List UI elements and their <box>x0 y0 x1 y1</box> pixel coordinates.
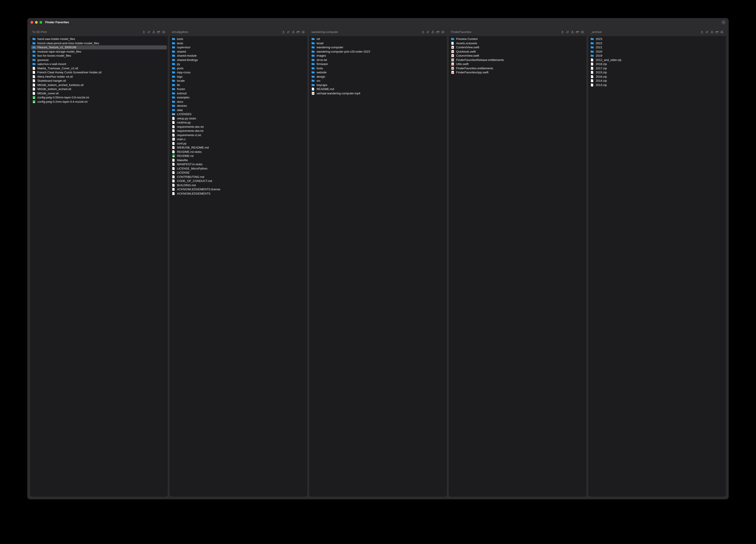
list-item[interactable]: ACKNOWLEDGEMENTS.license <box>170 187 306 192</box>
column-title[interactable]: circuitpython <box>170 30 281 34</box>
list-item[interactable]: shared <box>170 49 306 54</box>
column-title[interactable]: _archive <box>589 30 699 34</box>
sort-icon[interactable] <box>287 30 290 34</box>
list-item[interactable]: runtime.py <box>170 121 306 125</box>
list-item[interactable]: Makefile <box>170 158 306 162</box>
list-item[interactable]: requirements-doc.txt <box>170 125 306 129</box>
close-window-button[interactable] <box>30 21 33 24</box>
list-item[interactable]: 2017.zip <box>589 66 725 70</box>
sort-icon[interactable] <box>426 30 430 34</box>
list-item[interactable]: wandering-computer-pcb-v20-order-2023 <box>310 49 446 54</box>
list-item[interactable]: examples <box>170 96 306 100</box>
list-item[interactable]: images <box>310 54 446 58</box>
maximize-window-button[interactable] <box>40 21 42 24</box>
list-item[interactable]: Preview Content <box>450 37 586 41</box>
list-item[interactable]: modular-tape-storage-model_files <box>31 49 167 54</box>
list-item[interactable]: 2013.zip <box>589 83 725 87</box>
list-item[interactable]: kicad <box>310 41 446 45</box>
open-folder-icon[interactable] <box>296 30 300 34</box>
sort-icon[interactable] <box>705 30 709 34</box>
list-item[interactable]: french-cleat-pencil-and-misc-holder-mode… <box>31 41 167 45</box>
list-item[interactable]: goooose <box>31 58 167 62</box>
list-item[interactable]: devices <box>170 104 306 108</box>
list-item[interactable]: MtGdb_cover.stl <box>31 91 167 96</box>
share-icon[interactable] <box>292 30 295 34</box>
share-icon[interactable] <box>710 30 714 34</box>
list-item[interactable]: Assets.xcassets <box>450 41 586 45</box>
list-item[interactable]: fonts <box>310 66 446 70</box>
list-item[interactable]: WEBUSB_README.md <box>170 146 306 150</box>
list-item[interactable]: 2016.zip <box>589 75 725 79</box>
list-item[interactable]: FinderFavoritesApp.swift <box>450 70 586 75</box>
remove-icon[interactable] <box>581 30 584 34</box>
list-item[interactable]: Makita_Tracksaw_Cover_v2.stl <box>31 66 167 70</box>
list-item[interactable]: Wera HexPlus holder v4.stl <box>31 75 167 79</box>
list-item[interactable]: FinderFavorites.entitlements <box>450 66 586 70</box>
upload-icon[interactable] <box>421 30 425 34</box>
list-item[interactable]: MANIFEST.in-stubs <box>170 162 306 167</box>
list-item[interactable]: src <box>310 79 446 83</box>
list-item[interactable]: 2019 <box>589 54 725 58</box>
list-item[interactable]: hand-saw-holder-model_files <box>31 37 167 41</box>
list-item[interactable]: extmod <box>170 91 306 96</box>
list-item[interactable]: py <box>170 62 306 66</box>
sort-icon[interactable] <box>147 30 151 34</box>
list-item[interactable]: cmain.c <box>170 137 306 142</box>
list-item[interactable]: supervisor <box>170 45 306 50</box>
list-item[interactable]: mpy-cross <box>170 70 306 75</box>
list-item[interactable]: 2021 <box>589 45 725 50</box>
sort-icon[interactable] <box>566 30 569 34</box>
list-item[interactable]: CONTRIBUTING.md <box>170 175 306 179</box>
list-item[interactable]: lib <box>170 83 306 87</box>
list-item[interactable]: 2018.zip <box>589 62 725 66</box>
list-item[interactable]: MtGdb_bottom_arched.stl <box>31 87 167 91</box>
list-item[interactable]: 2015.zip <box>589 70 725 75</box>
list-item[interactable]: frozen <box>170 87 306 91</box>
column-title[interactable]: FinderFavorites <box>450 30 560 34</box>
list-item[interactable]: Skateboard hanger.stl <box>31 79 167 83</box>
remove-icon[interactable] <box>301 30 305 34</box>
list-item[interactable]: French Cleat Honey Comb Screwdriver Hold… <box>31 70 167 75</box>
list-item[interactable]: logo <box>170 75 306 79</box>
list-item[interactable]: design <box>310 75 446 79</box>
list-item[interactable]: LICENSE_MicroPython <box>170 166 306 171</box>
list-item[interactable]: LICENSE <box>170 171 306 175</box>
list-item[interactable]: Quicklook.swift <box>450 49 586 54</box>
list-item[interactable]: docs <box>170 100 306 104</box>
share-icon[interactable] <box>571 30 574 34</box>
list-item[interactable]: ref <box>310 37 446 41</box>
list-item[interactable]: tests <box>170 41 306 45</box>
list-item[interactable]: FinderFavoritesRelease.entitlements <box>450 58 586 62</box>
list-item[interactable]: README.rst-stubs <box>170 150 306 154</box>
open-folder-icon[interactable] <box>715 30 719 34</box>
list-item[interactable]: locale <box>170 79 306 83</box>
list-item[interactable]: 2012_and_older.zip <box>589 58 725 62</box>
share-icon[interactable] <box>152 30 156 34</box>
list-item[interactable]: 2022 <box>589 41 725 45</box>
list-item[interactable]: config-petg-0.2mm-layer-0.4-nozzle.ini <box>31 100 167 104</box>
list-item[interactable]: tools <box>170 37 306 41</box>
list-item[interactable]: stl-to-txt <box>310 58 446 62</box>
remove-icon[interactable] <box>162 30 166 34</box>
list-item[interactable]: keycaps <box>310 83 446 87</box>
list-item[interactable]: ACKNOWLEDGEMENTS <box>170 192 306 196</box>
list-item[interactable]: shared-module <box>170 54 306 58</box>
share-icon[interactable] <box>431 30 435 34</box>
open-folder-icon[interactable] <box>157 30 161 34</box>
upload-icon[interactable] <box>282 30 285 34</box>
list-item[interactable]: ports <box>170 66 306 70</box>
list-item[interactable]: Flexure_Texture_v1_5939198 <box>31 45 167 50</box>
upload-icon[interactable] <box>561 30 564 34</box>
list-item[interactable]: saturnus-v-wall-mount <box>31 62 167 66</box>
list-item[interactable]: CODE_OF_CONDUCT.md <box>170 179 306 183</box>
list-item[interactable]: shared-bindings <box>170 58 306 62</box>
list-item[interactable]: README.md <box>310 87 446 91</box>
list-item[interactable]: firmware <box>310 62 446 66</box>
upload-icon[interactable] <box>700 30 704 34</box>
list-item[interactable]: 2020 <box>589 49 725 54</box>
list-item[interactable]: BUILDING.md <box>170 183 306 187</box>
list-item[interactable]: 2023 <box>589 37 725 41</box>
list-item[interactable]: requirements-ci.txt <box>170 133 306 137</box>
list-item[interactable]: requirements-dev.txt <box>170 129 306 133</box>
list-item[interactable]: verhaal-wandering-computer.mp4 <box>310 91 446 96</box>
